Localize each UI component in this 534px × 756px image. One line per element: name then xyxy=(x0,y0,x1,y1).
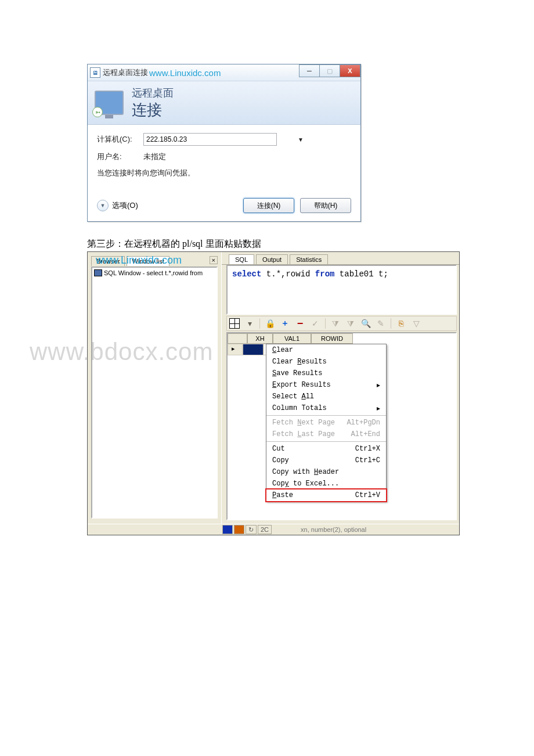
refresh-icon[interactable]: ↻ xyxy=(246,525,257,534)
panel-close-icon[interactable]: × xyxy=(210,256,218,264)
computer-dropdown-icon[interactable]: ▼ xyxy=(298,136,304,143)
nav-down-icon[interactable]: ▽ xyxy=(411,318,421,329)
menu-copy[interactable]: CopyCtrl+C xyxy=(266,455,386,466)
lock-icon[interactable]: 🔒 xyxy=(265,318,275,329)
menu-column-totals[interactable]: Column Totals▸ xyxy=(266,402,386,414)
left-panel: × Browser Window list SQL Window - selec… xyxy=(88,252,222,524)
menu-save-results[interactable]: Save Results xyxy=(266,368,386,379)
menu-copy-excel[interactable]: Copy to Excel... xyxy=(266,478,386,489)
filter2-icon[interactable]: ⧩ xyxy=(345,318,356,329)
context-menu: Clear Clear Results Save Results Export … xyxy=(266,344,387,502)
menu-clear-results[interactable]: Clear Results xyxy=(266,356,386,368)
rdp-monitor-icon: ➳ xyxy=(95,91,124,115)
menu-clear[interactable]: Clear xyxy=(266,344,386,356)
rdp-titlebar: 🖥 远程桌面连接 www.Linuxidc.com ─ ▢ X xyxy=(88,64,360,81)
col-xh[interactable]: XH xyxy=(247,333,273,344)
export-icon[interactable]: ⎘ xyxy=(396,318,406,329)
options-label: 选项(O) xyxy=(112,200,138,211)
menu-copy-header[interactable]: Copy with Header xyxy=(266,466,386,478)
step-caption: 第三步：在远程机器的 pl/sql 里面粘贴数据 xyxy=(87,238,447,250)
computer-label: 计算机(C): xyxy=(97,134,143,145)
menu-export-results[interactable]: Export Results▸ xyxy=(266,379,386,391)
username-value: 未指定 xyxy=(143,152,166,162)
watermark-text: www.Linuxidc.com xyxy=(96,254,182,267)
menu-select-all[interactable]: Select All xyxy=(266,391,386,402)
menu-fetch-next: Fetch Next PageAlt+PgDn xyxy=(266,417,386,429)
rdp-header-big: 连接 xyxy=(132,100,174,120)
plsql-screenshot: www.Linuxidc.com www.bdocx.com × Browser… xyxy=(87,251,460,535)
filter-icon[interactable]: ⧩ xyxy=(330,318,341,329)
window-list-item[interactable]: SQL Window - select t.*,rowid from xyxy=(92,268,217,278)
sql-editor[interactable]: select t.*,rowid from table01 t; xyxy=(226,265,457,315)
connect-button[interactable]: 连接(N) xyxy=(243,198,294,213)
menu-cut[interactable]: CutCtrl+X xyxy=(266,443,386,455)
dropdown-icon[interactable]: ▾ xyxy=(244,318,255,329)
options-expander[interactable]: ▼ 选项(O) xyxy=(97,200,138,211)
rdp-title-text: 远程桌面连接 xyxy=(103,67,148,78)
minimize-button[interactable]: ─ xyxy=(299,64,320,77)
menu-paste[interactable]: PasteCtrl+V xyxy=(265,488,387,502)
watermark-text: www.Linuxidc.com xyxy=(149,68,221,78)
status-color-2 xyxy=(234,525,244,534)
window-list-item-label: SQL Window - select t.*,rowid from xyxy=(104,269,203,276)
username-label: 用户名: xyxy=(97,152,143,162)
commit-icon[interactable]: ✓ xyxy=(310,318,320,329)
rdp-header: ➳ 远程桌面 连接 xyxy=(88,81,360,125)
grid-icon[interactable] xyxy=(229,318,240,329)
maximize-button[interactable]: ▢ xyxy=(319,64,340,77)
delete-row-icon[interactable]: − xyxy=(295,318,305,329)
status-2c: 2C xyxy=(258,525,272,534)
rdp-dialog: 🖥 远程桌面连接 www.Linuxidc.com ─ ▢ X ➳ 远程桌面 连… xyxy=(87,64,361,222)
result-grid[interactable]: XH VAL1 ROWID Clear Clear Results Save R… xyxy=(226,332,457,520)
col-val1[interactable]: VAL1 xyxy=(273,333,311,344)
help-button[interactable]: 帮助(H) xyxy=(300,198,351,213)
status-color-1 xyxy=(222,525,233,534)
add-row-icon[interactable]: ＋ xyxy=(280,318,290,329)
tab-sql[interactable]: SQL xyxy=(229,254,254,264)
tab-output[interactable]: Output xyxy=(256,254,288,264)
chevron-down-icon: ▼ xyxy=(97,200,109,211)
find-icon[interactable]: 🔍 xyxy=(360,318,371,329)
rdp-app-icon: 🖥 xyxy=(90,67,100,78)
grid-corner xyxy=(228,333,247,344)
menu-fetch-last: Fetch Last PageAlt+End xyxy=(266,429,386,440)
close-button[interactable]: X xyxy=(340,64,360,77)
status-bar: ↻ 2C xn, number(2), optional xyxy=(88,524,459,535)
edit-icon[interactable]: ✎ xyxy=(376,318,386,329)
col-rowid[interactable]: ROWID xyxy=(311,333,353,344)
status-hint: xn, number(2), optional xyxy=(301,526,366,533)
computer-input[interactable] xyxy=(143,133,277,146)
sql-window-icon xyxy=(95,270,102,276)
result-toolbar: ▾ 🔒 ＋ − ✓ ⧩ ⧩ 🔍 ✎ ⎘ ▽ xyxy=(226,316,457,331)
tab-statistics[interactable]: Statistics xyxy=(290,254,328,264)
credential-note: 当您连接时将向您询问凭据。 xyxy=(97,168,351,178)
rdp-header-small: 远程桌面 xyxy=(132,86,174,100)
